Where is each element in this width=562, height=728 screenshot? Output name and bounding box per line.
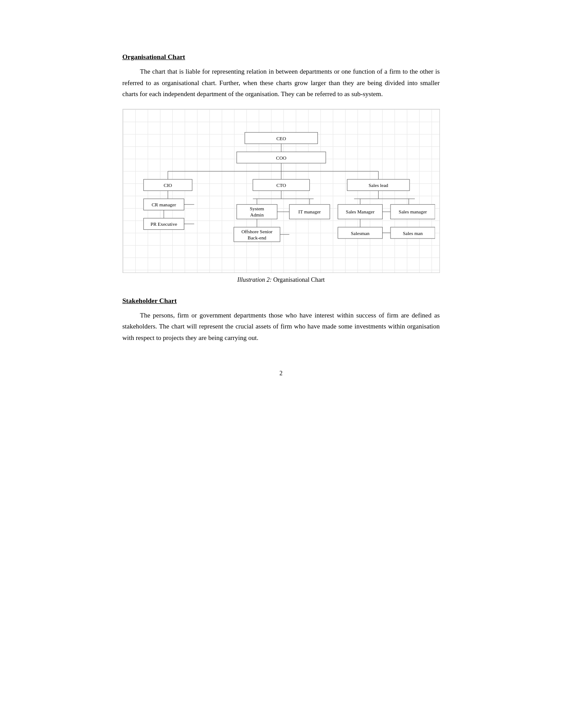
offshore-senior-label: Offshore Senior	[241, 228, 272, 234]
org-chart-container: CEO COO CIO	[123, 109, 440, 273]
illustration-normal: Organisational Chart	[273, 276, 325, 283]
heading-stakeholder-chart: Stakeholder Chart	[123, 297, 440, 305]
cr-manager-label: CR manager	[151, 202, 176, 207]
sales-manager-label: Sales Manager	[346, 209, 374, 214]
illustration-italic: Illustration 2:	[237, 276, 272, 283]
paragraph-stakeholder-chart: The persons, firm or government departme…	[123, 310, 440, 344]
ceo-label: CEO	[276, 135, 286, 141]
org-chart-svg-wrapper: CEO COO CIO	[127, 123, 435, 264]
pr-executive-label: PR Executive	[150, 221, 177, 227]
paragraph-organisational-chart: The chart that is liable for representin…	[123, 66, 440, 100]
page: Organisational Chart The chart that is l…	[83, 26, 480, 556]
cto-label: CTO	[276, 183, 286, 188]
illustration-caption: Illustration 2: Organisational Chart	[123, 276, 440, 284]
offshore-senior-label2: Back-end	[247, 235, 266, 240]
sales-manager2-label: Sales manager	[398, 209, 427, 214]
sales-man-label: Sales man	[402, 230, 422, 235]
heading-organisational-chart: Organisational Chart	[123, 53, 440, 61]
cio-label: CIO	[164, 183, 172, 188]
system-admin-label2: Admin	[250, 212, 264, 217]
page-number: 2	[123, 370, 440, 377]
it-manager-label: IT manager	[298, 209, 320, 214]
system-admin-label: System	[249, 206, 264, 211]
salesman-label: Salesman	[350, 230, 369, 235]
sales-lead-label: Sales lead	[368, 183, 388, 188]
org-chart-svg: CEO COO CIO	[127, 123, 435, 264]
coo-label: COO	[276, 155, 286, 160]
